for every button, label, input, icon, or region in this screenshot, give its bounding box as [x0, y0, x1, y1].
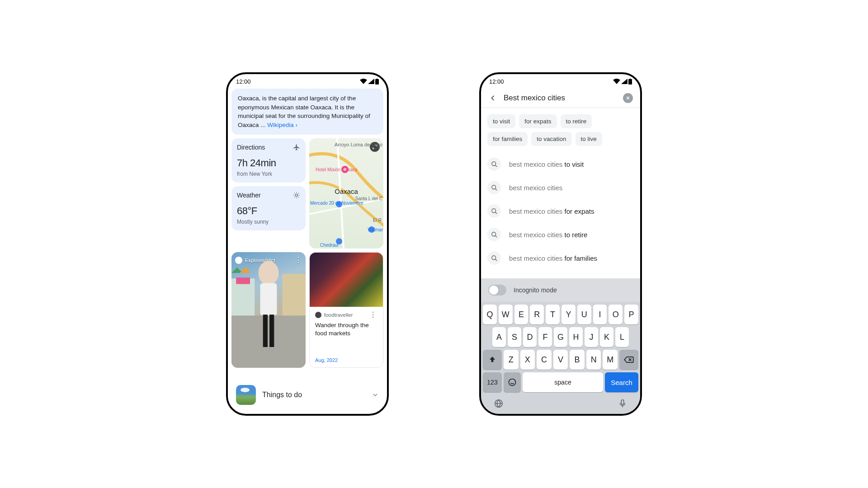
map-poi: Arroyo Loma de Trigo — [335, 142, 382, 147]
key[interactable]: H — [569, 327, 583, 347]
story-card[interactable]: Exploreaddict ⋮ — [231, 252, 306, 368]
suggestion-base: best mexico cities — [509, 207, 565, 215]
clear-button[interactable] — [623, 93, 633, 103]
backspace-key[interactable] — [619, 350, 638, 370]
things-to-do-row[interactable]: Things to do — [231, 380, 383, 410]
suggestion-row[interactable]: best mexico cities for expats — [487, 199, 634, 223]
svg-rect-12 — [260, 283, 277, 316]
suggestion-row[interactable]: best mexico cities to visit — [487, 152, 634, 176]
status-icons — [613, 79, 632, 84]
map-tile[interactable]: Oaxaca Arroyo Loma de Trigo Hotel Misión… — [309, 138, 383, 249]
svg-point-25 — [509, 379, 516, 386]
chip-thumbnail — [236, 385, 256, 405]
key[interactable]: B — [570, 350, 585, 370]
key[interactable]: N — [586, 350, 601, 370]
signal-icon — [368, 79, 374, 84]
key[interactable]: P — [624, 305, 638, 324]
key[interactable]: L — [615, 327, 629, 347]
svg-rect-15 — [236, 278, 250, 284]
svg-rect-14 — [269, 315, 274, 347]
svg-point-23 — [491, 232, 495, 236]
chip[interactable]: to retire — [561, 114, 592, 128]
chip-label: Things to do — [262, 391, 302, 399]
key[interactable]: J — [585, 327, 598, 347]
close-icon — [625, 95, 631, 101]
plane-icon — [293, 144, 300, 151]
status-time: 12:00 — [236, 78, 251, 85]
suggestion-row[interactable]: best mexico cities for families — [487, 246, 634, 270]
suggestion-bold: for families — [565, 254, 598, 262]
numbers-key[interactable]: 123 — [483, 372, 502, 392]
chip[interactable]: to visit — [487, 114, 515, 128]
more-icon[interactable]: ⋮ — [368, 311, 377, 319]
svg-rect-8 — [231, 316, 306, 368]
suggestion-base: best mexico cities — [509, 184, 562, 192]
key[interactable]: M — [603, 350, 618, 370]
chip[interactable]: for families — [487, 132, 528, 146]
mic-icon[interactable] — [618, 399, 627, 408]
svg-point-22 — [491, 208, 495, 212]
key[interactable]: D — [523, 327, 537, 347]
article-card[interactable]: foodtraveller ⋮ Wander through the food … — [309, 252, 383, 368]
key[interactable]: W — [499, 305, 513, 324]
search-key[interactable]: Search — [605, 372, 638, 392]
map-center-label: Oaxaca — [335, 188, 358, 195]
wiki-snippet-text: Oaxaca, is the capital and largest city … — [238, 95, 370, 128]
status-bar: 12:00 — [228, 74, 387, 89]
svg-rect-1 — [377, 79, 378, 80]
key[interactable]: U — [577, 305, 591, 324]
chip[interactable]: to live — [576, 132, 602, 146]
space-key[interactable]: space — [523, 372, 603, 392]
search-input[interactable]: Best mexico cities — [504, 94, 617, 103]
key[interactable]: X — [520, 350, 535, 370]
key[interactable]: F — [538, 327, 552, 347]
wiki-link[interactable]: Wikipedia › — [267, 122, 297, 128]
key[interactable]: O — [609, 305, 623, 324]
weather-value: 68°F — [237, 205, 300, 217]
suggestion-row[interactable]: best mexico cities to retire — [487, 223, 634, 246]
directions-label: Directions — [237, 144, 265, 151]
map-poi: Hotel Misión Oaxaca — [316, 167, 357, 172]
suggestion-base: best mexico cities — [509, 160, 565, 168]
key[interactable]: G — [554, 327, 567, 347]
wiki-snippet-card[interactable]: Oaxaca, is the capital and largest city … — [231, 89, 383, 135]
article-author: foodtraveller — [324, 312, 353, 318]
suggestion-bold: for expats — [565, 207, 594, 215]
key[interactable]: T — [546, 305, 560, 324]
key[interactable]: S — [508, 327, 521, 347]
globe-icon[interactable] — [494, 399, 504, 408]
search-bar: Best mexico cities — [481, 89, 640, 108]
status-bar: 12:00 — [481, 74, 640, 89]
map-poi: Chedraui — [320, 243, 339, 248]
key[interactable]: I — [593, 305, 607, 324]
key[interactable]: A — [492, 327, 506, 347]
emoji-key[interactable] — [504, 372, 521, 392]
key[interactable]: Z — [504, 350, 519, 370]
incognito-row: Incognito mode — [481, 278, 640, 302]
back-icon[interactable] — [488, 94, 497, 103]
key[interactable]: E — [514, 305, 528, 324]
weather-label: Weather — [237, 192, 261, 199]
key[interactable]: K — [600, 327, 613, 347]
chip[interactable]: to vacation — [531, 132, 571, 146]
incognito-toggle[interactable] — [488, 285, 506, 296]
key[interactable]: Q — [483, 305, 497, 324]
key[interactable]: C — [537, 350, 552, 370]
weather-tile[interactable]: Weather 68°F Mostly sunny — [231, 186, 306, 230]
directions-tile[interactable]: Directions 7h 24min from New York — [231, 138, 306, 183]
suggestion-row[interactable]: best mexico cities — [487, 176, 634, 199]
search-icon — [487, 181, 501, 194]
search-icon — [487, 204, 501, 218]
key[interactable]: V — [553, 350, 568, 370]
sun-icon — [293, 192, 300, 199]
directions-sub: from New York — [237, 171, 300, 177]
search-icon — [487, 228, 501, 241]
key[interactable]: R — [530, 305, 544, 324]
wifi-icon — [360, 79, 367, 84]
keyboard: Q W E R T Y U I O P A S D F G H — [481, 302, 640, 414]
suggestion-base: best mexico cities — [509, 231, 565, 239]
shift-key[interactable] — [483, 350, 502, 370]
chip[interactable]: for expats — [519, 114, 557, 128]
svg-rect-10 — [283, 274, 306, 315]
key[interactable]: Y — [561, 305, 576, 324]
